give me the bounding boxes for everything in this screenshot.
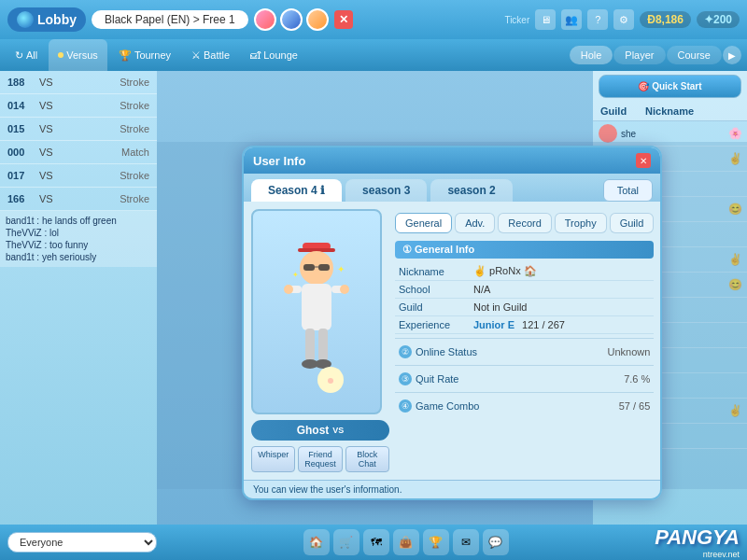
combo-number: ④: [399, 399, 412, 413]
versus-dot: [58, 52, 63, 58]
trophy-icon[interactable]: 🏆: [423, 529, 449, 555]
match-type: VS: [39, 170, 53, 181]
guild-avatar: [599, 124, 617, 143]
chat-line-1: band1t : he lands off green: [6, 215, 151, 227]
record-tab[interactable]: Record: [498, 213, 551, 233]
separator-2: [395, 365, 654, 366]
avatar-2[interactable]: [280, 8, 303, 31]
tab-hole[interactable]: Hole: [570, 46, 613, 64]
avatar-1[interactable]: [254, 8, 276, 31]
lobby-logo: Lobby: [7, 7, 86, 32]
svg-text:✦: ✦: [337, 264, 345, 274]
character-image: ✦ ✦: [251, 209, 382, 414]
guild-tab[interactable]: Guild: [610, 213, 655, 233]
quit-rate-label: Quit Rate: [416, 373, 458, 385]
svg-rect-6: [302, 284, 331, 330]
nickname-value: ✌ pRoNx 🏠: [473, 265, 537, 277]
match-item[interactable]: 188 VS Stroke: [0, 71, 157, 94]
info-tabs: General Adv. Record Trophy Guild: [395, 213, 654, 233]
adv-tab[interactable]: Adv.: [455, 213, 495, 233]
globe-icon: [17, 11, 34, 28]
chat-channel-select[interactable]: Everyone: [7, 532, 157, 553]
character-name-tag: Ghost VS: [251, 420, 389, 441]
tab-arrow-button[interactable]: ▶: [723, 46, 741, 64]
match-item[interactable]: 166 VS Stroke: [0, 188, 157, 211]
refresh-button[interactable]: ↻ All: [6, 39, 47, 71]
tourney-button[interactable]: 🏆 Tourney: [109, 39, 180, 71]
avatar-3[interactable]: [306, 8, 329, 31]
chat-area: band1t : he lands off green TheVViZ : lo…: [0, 211, 157, 267]
room-close-button[interactable]: ✕: [334, 10, 353, 29]
quick-start-button[interactable]: 🎯 Quick Start: [599, 75, 741, 98]
match-type: VS: [39, 100, 53, 111]
match-type: VS: [39, 147, 53, 158]
tab-course[interactable]: Course: [667, 46, 722, 64]
nickname-row: Nickname ✌ pRoNx 🏠: [395, 262, 654, 281]
mail-icon[interactable]: ✉: [453, 529, 479, 555]
season4-tab[interactable]: Season 4 ℹ: [251, 179, 342, 202]
general-tab[interactable]: General: [395, 213, 452, 233]
svg-rect-3: [303, 264, 315, 271]
match-result: Stroke: [120, 193, 149, 204]
modal-header: User Info ✕: [244, 147, 660, 174]
guild-badge: 🌸: [728, 127, 741, 140]
match-item[interactable]: 017 VS Stroke: [0, 164, 157, 188]
school-label: School: [399, 284, 473, 295]
lounge-button[interactable]: 🛋 Lounge: [241, 39, 307, 71]
match-result: Stroke: [120, 123, 149, 134]
status-number: ②: [399, 345, 412, 358]
pangya-text: PANGYA: [655, 525, 740, 549]
experience-value: 121 / 267: [522, 319, 565, 330]
game-combo-label: Game Combo: [416, 400, 479, 412]
svg-point-16: [320, 369, 330, 378]
match-result: Stroke: [120, 100, 149, 111]
school-row: School N/A: [395, 281, 654, 299]
home-icon[interactable]: 🏠: [303, 529, 330, 555]
bag-icon[interactable]: 👜: [393, 529, 419, 555]
total-button[interactable]: Total: [603, 179, 653, 202]
modal-body: ✦ ✦ Ghost VS Whisper FriendRequest Block…: [244, 202, 660, 480]
settings-icon[interactable]: ⚙: [613, 9, 634, 30]
trophy-tab[interactable]: Trophy: [555, 213, 607, 233]
online-status-value: Unknown: [607, 346, 650, 357]
tab-player[interactable]: Player: [613, 46, 665, 64]
match-number: 188: [7, 77, 34, 88]
map-icon[interactable]: 🗺: [363, 529, 389, 555]
quit-number: ③: [399, 372, 412, 385]
match-item[interactable]: 014 VS Stroke: [0, 94, 157, 118]
info-panel: General Adv. Record Trophy Guild ① Gener…: [389, 209, 659, 472]
svg-point-10: [340, 285, 349, 294]
char-name: Ghost: [297, 424, 330, 437]
vs-label: VS: [332, 426, 344, 435]
friend-request-button[interactable]: FriendRequest: [298, 446, 342, 472]
main-area: 188 VS Stroke 014 VS Stroke 015 VS Strok…: [0, 71, 747, 525]
shop-icon[interactable]: 🛒: [333, 529, 359, 555]
help-icon[interactable]: ?: [587, 9, 608, 30]
match-result: Match: [121, 147, 149, 158]
season2-tab[interactable]: season 2: [430, 179, 512, 202]
tourney-label: Tourney: [134, 49, 171, 61]
versus-button[interactable]: Versus: [49, 39, 107, 71]
battle-button[interactable]: ⚔ Battle: [182, 39, 239, 71]
monitor-icon[interactable]: 🖥: [535, 9, 556, 30]
match-result: Stroke: [120, 77, 149, 88]
whisper-button[interactable]: Whisper: [251, 446, 295, 472]
svg-text:✦: ✦: [292, 271, 299, 279]
match-item[interactable]: 015 VS Stroke: [0, 118, 157, 141]
user-info-modal: User Info ✕ Season 4 ℹ season 3 season 2…: [242, 146, 662, 500]
season3-tab[interactable]: season 3: [345, 179, 427, 202]
avatar-row: [254, 8, 329, 31]
modal-title: User Info: [253, 154, 305, 168]
block-chat-button[interactable]: BlockChat: [345, 446, 389, 472]
match-type: VS: [39, 123, 53, 134]
svg-rect-12: [318, 329, 328, 361]
match-item[interactable]: 000 VS Match: [0, 141, 157, 164]
svg-rect-4: [318, 264, 330, 271]
modal-close-button[interactable]: ✕: [636, 153, 651, 168]
chat-icon[interactable]: 💬: [483, 529, 509, 555]
separator-1: [395, 338, 654, 339]
users-icon[interactable]: 👥: [561, 9, 582, 30]
experience-rank: Junior E: [473, 319, 514, 330]
chat-line-4: band1t : yeh seriously: [6, 251, 151, 263]
bottom-bar: Everyone 🏠 🛒 🗺 👜 🏆 ✉ 💬 PANGYA ntreev.net: [0, 525, 747, 560]
